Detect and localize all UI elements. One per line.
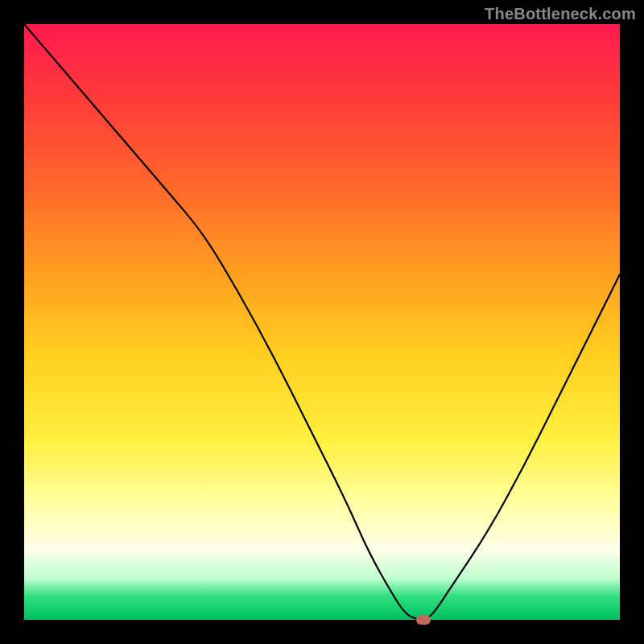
bottleneck-curve bbox=[24, 24, 620, 620]
optimal-marker bbox=[416, 615, 431, 625]
chart-frame: TheBottleneck.com bbox=[0, 0, 644, 644]
curve-svg bbox=[24, 24, 620, 620]
plot-area bbox=[24, 24, 620, 620]
watermark-label: TheBottleneck.com bbox=[485, 5, 636, 23]
